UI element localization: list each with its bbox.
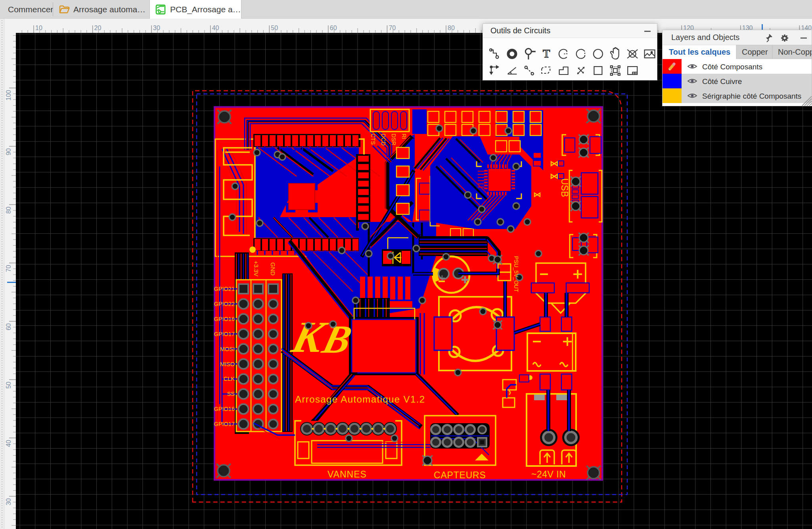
svg-text:90: 90 [5,148,12,155]
svg-text:40: 40 [5,440,12,447]
svg-text:DCD: DCD [380,134,387,145]
svg-text:30: 30 [153,25,160,31]
svg-text:Tout les calques: Tout les calques [669,48,730,56]
svg-text:10: 10 [35,25,42,31]
svg-text:Copper: Copper [742,48,768,56]
svg-text:USB: USB [559,178,570,197]
svg-text:CTS: CTS [370,134,376,145]
svg-text:60: 60 [5,323,12,330]
svg-text:GPIO17: GPIO17 [214,331,235,337]
svg-text:CLK: CLK [224,376,235,382]
svg-text:GND: GND [270,262,276,276]
svg-text:GPIO21: GPIO21 [214,286,235,292]
svg-text:T: T [543,47,550,60]
svg-text:50: 50 [271,25,278,31]
svg-text:Sérigraphie côté Composants: Sérigraphie côté Composants [702,92,801,100]
svg-text:20: 20 [94,25,102,31]
svg-text:SS: SS [227,391,235,397]
svg-text:100: 100 [5,90,12,101]
svg-text:70: 70 [389,25,396,31]
svg-text:50: 50 [5,382,12,389]
svg-text:Arrosage Automatique V1.2: Arrosage Automatique V1.2 [295,394,425,405]
svg-text:+3.3V: +3.3V [253,261,260,277]
svg-text:Côté Composants: Côté Composants [702,63,762,71]
svg-text:GPIO17: GPIO17 [214,421,235,427]
svg-text:CAPTEURS: CAPTEURS [434,470,486,480]
svg-text:GPIO16: GPIO16 [214,406,235,412]
svg-text:Côté Cuivre: Côté Cuivre [702,77,742,86]
svg-text:GPIO16: GPIO16 [214,316,235,322]
svg-text:PSU_5V_OUT: PSU_5V_OUT [513,256,519,292]
svg-text:MOSI: MOSI [220,346,235,352]
svg-text:Non-Coppe: Non-Coppe [778,48,812,56]
svg-text:GPIO22: GPIO22 [214,301,235,307]
svg-text:30: 30 [5,498,12,505]
svg-text:80: 80 [448,25,455,31]
svg-text:~24V IN: ~24V IN [531,469,566,479]
svg-text:RI: RI [401,134,407,139]
svg-text:MISO: MISO [220,361,235,367]
svg-text:80: 80 [5,206,12,214]
svg-text:60: 60 [330,25,337,31]
svg-text:70: 70 [5,265,12,272]
svg-text:40: 40 [212,25,219,31]
svg-text:DSR: DSR [391,134,397,145]
svg-text:VANNES: VANNES [327,469,367,479]
